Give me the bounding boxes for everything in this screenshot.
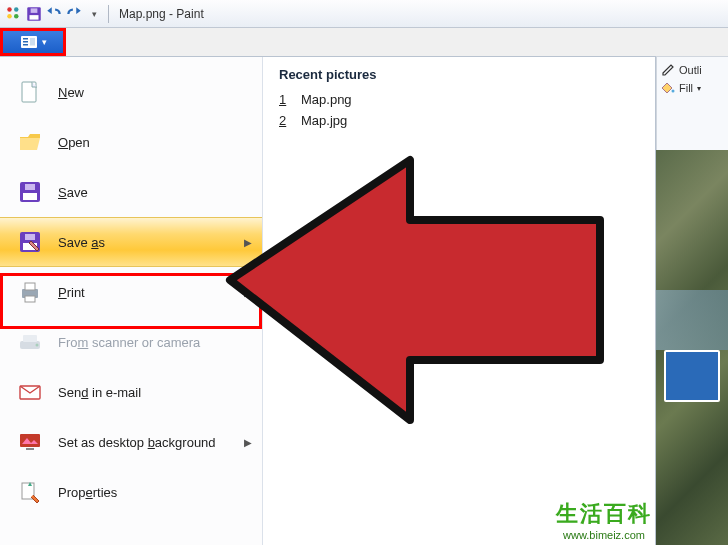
menu-label: Save as (58, 235, 105, 250)
recent-num: 1 (279, 92, 291, 107)
watermark-text: 生活百科 (556, 499, 652, 529)
file-menu-list: New Open Save Save as ▶ Print ▶ From sca… (0, 57, 263, 545)
menu-label: From scanner or camera (58, 335, 200, 350)
file-menu-panel: New Open Save Save as ▶ Print ▶ From sca… (0, 56, 656, 545)
chevron-down-icon: ▾ (697, 84, 701, 93)
outline-dropdown[interactable]: Outli (661, 63, 724, 77)
menu-item-print[interactable]: Print ▶ (0, 267, 262, 317)
svg-rect-5 (30, 15, 39, 20)
svg-rect-21 (25, 283, 35, 290)
separator (108, 5, 109, 23)
recent-pictures-panel: Recent pictures 1 Map.png 2 Map.jpg (263, 57, 655, 545)
svg-rect-10 (23, 44, 28, 46)
recent-item[interactable]: 1 Map.png (279, 92, 639, 107)
svg-rect-22 (25, 296, 35, 302)
menu-label: Save (58, 185, 88, 200)
menu-label: Print (58, 285, 85, 300)
menu-label: Set as desktop background (58, 435, 216, 450)
menu-item-save-as[interactable]: Save as ▶ (0, 217, 262, 267)
properties-icon (16, 478, 44, 506)
submenu-arrow-icon: ▶ (244, 237, 252, 248)
email-icon (16, 378, 44, 406)
svg-rect-8 (23, 38, 28, 40)
ribbon-shapes-group: Outli Fill ▾ (656, 56, 728, 150)
saveas-icon (16, 228, 44, 256)
file-menu-button[interactable]: ▾ (3, 31, 63, 53)
recent-item[interactable]: 2 Map.jpg (279, 113, 639, 128)
canvas-preview (656, 150, 728, 545)
recent-name: Map.png (301, 92, 352, 107)
svg-rect-11 (30, 38, 35, 46)
recent-heading: Recent pictures (279, 67, 639, 82)
svg-rect-9 (23, 41, 28, 43)
redo-icon[interactable] (65, 5, 83, 23)
menu-item-desktop-bg[interactable]: Set as desktop background ▶ (0, 417, 262, 467)
chevron-down-icon: ▾ (42, 37, 47, 47)
svg-point-0 (7, 7, 12, 12)
watermark-url: www.bimeiz.com (556, 529, 652, 541)
menu-item-save[interactable]: Save (0, 167, 262, 217)
svg-point-25 (36, 344, 39, 347)
svg-rect-28 (26, 448, 34, 450)
watermark: 生活百科 www.bimeiz.com (556, 499, 652, 541)
recent-num: 2 (279, 113, 291, 128)
svg-point-3 (14, 14, 19, 19)
file-menu-highlight: ▾ (0, 28, 66, 56)
window-title: Map.png - Paint (119, 7, 204, 21)
svg-point-12 (672, 90, 675, 93)
qat-dropdown-icon[interactable]: ▾ (85, 5, 103, 23)
new-icon (16, 78, 44, 106)
submenu-arrow-icon: ▶ (244, 437, 252, 448)
recent-name: Map.jpg (301, 113, 347, 128)
svg-rect-16 (25, 184, 35, 190)
outline-label: Outli (679, 64, 702, 76)
submenu-arrow-icon: ▶ (244, 287, 252, 298)
menu-item-email[interactable]: Send in e-mail (0, 367, 262, 417)
scanner-icon (16, 328, 44, 356)
menu-label: Send in e-mail (58, 385, 141, 400)
menu-item-properties[interactable]: Properties (0, 467, 262, 517)
title-bar: ▾ Map.png - Paint (0, 0, 728, 28)
svg-point-2 (7, 14, 12, 19)
svg-rect-6 (31, 8, 38, 13)
save-icon (16, 178, 44, 206)
save-icon[interactable] (25, 5, 43, 23)
app-icon (5, 5, 23, 23)
svg-rect-19 (25, 234, 35, 240)
print-icon (16, 278, 44, 306)
menu-label: Open (58, 135, 90, 150)
menu-item-new[interactable]: New (0, 67, 262, 117)
menu-item-scanner: From scanner or camera (0, 317, 262, 367)
fill-label: Fill (679, 82, 693, 94)
svg-rect-27 (20, 434, 40, 447)
menu-item-open[interactable]: Open (0, 117, 262, 167)
open-icon (16, 128, 44, 156)
desktop-icon (16, 428, 44, 456)
menu-label: New (58, 85, 84, 100)
svg-point-1 (14, 7, 19, 12)
svg-rect-15 (23, 193, 37, 200)
undo-icon[interactable] (45, 5, 63, 23)
fill-dropdown[interactable]: Fill ▾ (661, 81, 724, 95)
menu-label: Properties (58, 485, 117, 500)
svg-rect-24 (23, 335, 37, 342)
